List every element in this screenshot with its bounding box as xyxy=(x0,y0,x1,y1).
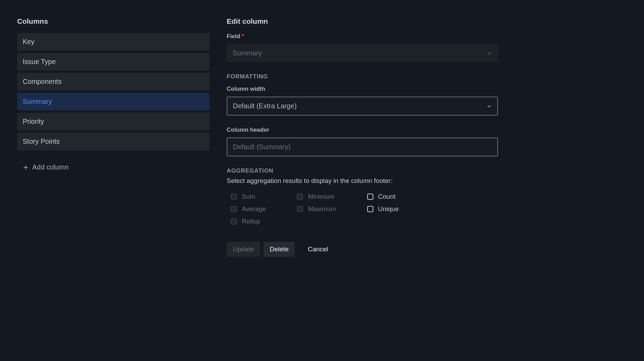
checkbox-input-maximum xyxy=(297,206,303,212)
checkbox-maximum: Maximum xyxy=(297,205,336,213)
checkbox-average: Average xyxy=(231,205,266,213)
checkbox-input-minimum xyxy=(297,194,303,200)
column-width-label: Column width xyxy=(227,86,498,92)
checkbox-minimum: Minimum xyxy=(297,193,336,200)
column-item-issue-type[interactable]: Issue Type xyxy=(17,53,210,70)
column-header-label: Column header xyxy=(227,127,498,133)
field-select[interactable]: Summary xyxy=(227,44,498,62)
aggregation-options: Sum Average Rollup Minimum Max xyxy=(227,193,498,225)
formatting-header: FORMATTING xyxy=(227,73,498,80)
checkbox-count[interactable]: Count xyxy=(367,193,399,200)
field-select-value: Summary xyxy=(233,49,262,57)
checkbox-input-rollup xyxy=(231,218,237,225)
chevron-down-icon xyxy=(486,103,492,109)
checkbox-unique[interactable]: Unique xyxy=(367,205,399,213)
column-item-components[interactable]: Components xyxy=(17,73,210,90)
add-column-label: Add column xyxy=(32,163,69,171)
column-width-select[interactable]: Default (Extra Large) xyxy=(227,97,498,116)
edit-column-panel: Edit column Field* Summary FORMATTING Co… xyxy=(227,17,498,257)
column-list: Key Issue Type Components Summary Priori… xyxy=(17,33,210,150)
checkbox-input-count[interactable] xyxy=(367,194,373,200)
columns-title: Columns xyxy=(17,17,210,25)
action-buttons: Update Delete Cancel xyxy=(227,242,498,257)
aggregation-header: AGGREGATION xyxy=(227,167,498,174)
update-button[interactable]: Update xyxy=(227,242,260,257)
checkbox-input-unique[interactable] xyxy=(367,206,373,212)
column-item-priority[interactable]: Priority xyxy=(17,113,210,130)
column-item-key[interactable]: Key xyxy=(17,33,210,51)
checkbox-input-sum xyxy=(231,194,237,200)
chevron-down-icon xyxy=(487,51,492,56)
plus-icon xyxy=(23,164,29,171)
cancel-button[interactable]: Cancel xyxy=(302,242,334,257)
column-width-value: Default (Extra Large) xyxy=(233,102,297,110)
delete-button[interactable]: Delete xyxy=(263,242,295,257)
checkbox-input-average xyxy=(231,206,237,212)
edit-column-title: Edit column xyxy=(227,17,498,25)
checkbox-sum: Sum xyxy=(231,193,266,200)
column-header-input[interactable] xyxy=(227,138,498,156)
required-indicator: * xyxy=(242,33,244,40)
column-item-story-points[interactable]: Story Points xyxy=(17,133,210,150)
column-item-summary[interactable]: Summary xyxy=(17,93,210,110)
add-column-button[interactable]: Add column xyxy=(17,158,210,176)
columns-panel: Columns Key Issue Type Components Summar… xyxy=(17,17,210,257)
field-label: Field* xyxy=(227,33,498,40)
checkbox-rollup: Rollup xyxy=(231,218,266,225)
aggregation-desc: Select aggregation results to display in… xyxy=(227,177,498,185)
